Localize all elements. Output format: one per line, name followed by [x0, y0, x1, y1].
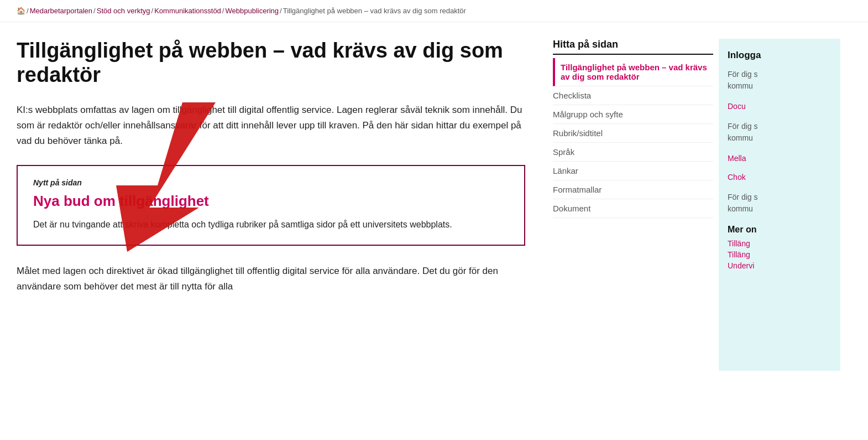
right-panel-section-6: För dig skommu	[728, 191, 832, 215]
right-panel: Inlogga För dig skommu Docu För dig skom…	[719, 39, 840, 371]
right-panel-text-1: För dig skommu	[728, 69, 832, 92]
sidebar-link-checklista[interactable]: Checklista	[553, 91, 591, 100]
right-panel-text-6: För dig skommu	[728, 191, 832, 215]
right-panel-link-tillang-1[interactable]: Tilläng	[728, 239, 832, 248]
home-icon[interactable]: 🏠	[17, 7, 25, 15]
right-panel-section-3: För dig skommu	[728, 121, 832, 144]
breadcrumb-separator: /	[27, 7, 29, 15]
right-panel-title: Inlogga	[728, 50, 832, 61]
right-panel-section-1: För dig skommu	[728, 69, 832, 92]
sidebar: Hitta på sidan Tillgänglighet på webben …	[547, 39, 713, 371]
sidebar-item-dokument[interactable]: Dokument	[553, 199, 713, 218]
breadcrumb-separator: /	[280, 7, 282, 15]
breadcrumb-separator: /	[93, 7, 96, 15]
sidebar-item-lankar[interactable]: Länkar	[553, 162, 713, 180]
content-area: Tillgänglighet på webben – vad krävs av …	[17, 39, 547, 371]
sidebar-link-formatmallar[interactable]: Formatmallar	[553, 185, 602, 194]
sidebar-section-title: Hitta på sidan	[553, 39, 713, 55]
intro-paragraph: KI:s webbplats omfattas av lagen om till…	[17, 102, 525, 149]
right-panel-link-chok[interactable]: Chok	[728, 173, 832, 182]
right-panel-text-3: För dig skommu	[728, 121, 832, 144]
breadcrumb-kommunikation[interactable]: Kommunikationsstöd	[154, 7, 221, 15]
right-panel-link-tillang-2[interactable]: Tilläng	[728, 250, 832, 259]
sidebar-item-checklista[interactable]: Checklista	[553, 86, 713, 105]
sidebar-nav-list: Tillgänglighet på webben – vad krävs av …	[553, 58, 713, 218]
sidebar-link-active[interactable]: Tillgänglighet på webben – vad krävs av …	[561, 63, 707, 81]
sidebar-item-tillganglighet-active[interactable]: Tillgänglighet på webben – vad krävs av …	[553, 58, 713, 86]
sidebar-item-sprak[interactable]: Språk	[553, 143, 713, 162]
sidebar-link-rubrik[interactable]: Rubrik/sidtitel	[553, 128, 603, 138]
right-panel-section-2: Docu	[728, 102, 832, 111]
bottom-paragraph: Målet med lagen och direktivet är ökad t…	[17, 263, 525, 294]
sidebar-item-rubrik[interactable]: Rubrik/sidtitel	[553, 124, 713, 143]
intro-text-container: KI:s webbplats omfattas av lagen om till…	[17, 102, 525, 149]
breadcrumb-separator: /	[151, 7, 154, 15]
page-title: Tillgänglighet på webben – vad krävs av …	[17, 39, 525, 87]
right-panel-link-docu[interactable]: Docu	[728, 102, 832, 111]
breadcrumb-separator: /	[222, 7, 224, 15]
news-label: Nytt på sidan	[33, 178, 509, 187]
sidebar-link-dokument[interactable]: Dokument	[553, 204, 590, 213]
right-panel-section-4: Mella	[728, 154, 832, 163]
breadcrumb-webbpublicering[interactable]: Webbpublicering	[225, 7, 279, 15]
news-title: Nya bud om tillgänglighet	[33, 193, 509, 210]
right-panel-more-links: Tilläng Tilläng Undervi	[728, 239, 832, 270]
right-panel-section-5: Chok	[728, 173, 832, 182]
breadcrumb-medarbetarportalen[interactable]: Medarbetarportalen	[30, 7, 92, 15]
sidebar-link-malgrupp[interactable]: Målgrupp och syfte	[553, 110, 623, 119]
right-panel-link-undervi[interactable]: Undervi	[728, 261, 832, 270]
sidebar-nav: Hitta på sidan Tillgänglighet på webben …	[553, 39, 713, 218]
news-body: Det är nu tvingande att skriva kompletta…	[33, 218, 509, 232]
breadcrumb-stod[interactable]: Stöd och verktyg	[97, 7, 150, 15]
sidebar-item-malgrupp[interactable]: Målgrupp och syfte	[553, 105, 713, 124]
news-box: Nytt på sidan Nya bud om tillgänglighet …	[17, 165, 525, 246]
breadcrumb: 🏠 / Medarbetarportalen / Stöd och verkty…	[0, 0, 868, 22]
right-panel-link-mella[interactable]: Mella	[728, 154, 832, 163]
sidebar-link-lankar[interactable]: Länkar	[553, 166, 578, 175]
right-panel-more-title: Mer on	[728, 225, 832, 235]
sidebar-item-formatmallar[interactable]: Formatmallar	[553, 180, 713, 199]
breadcrumb-current: Tillgänglighet på webben – vad krävs av …	[283, 7, 466, 15]
main-layout: Tillgänglighet på webben – vad krävs av …	[0, 22, 868, 371]
sidebar-link-sprak[interactable]: Språk	[553, 147, 574, 157]
